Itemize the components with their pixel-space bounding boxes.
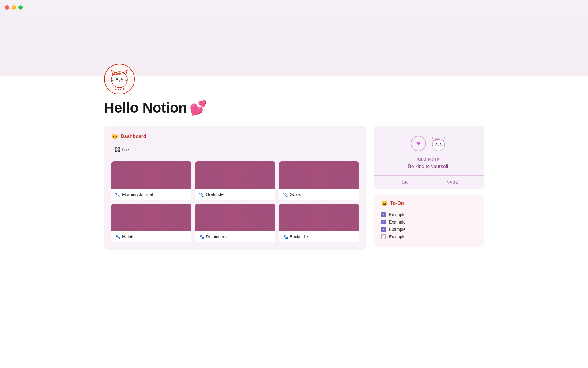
svg-rect-15 <box>118 148 120 149</box>
card-morning-journal[interactable]: ♥♥♥♥♥♥ ♥♥♥♥♥♥ ♥♥♥♥♥♥ 🐾 Morning Journal <box>111 161 191 200</box>
card-thumb-5: ♥♥♥♥♥♥ ♥♥♥♥♥♥ ♥♥♥♥♥♥ <box>195 204 275 231</box>
close-button[interactable] <box>5 5 9 10</box>
svg-rect-14 <box>115 148 117 149</box>
grid-icon <box>115 147 120 152</box>
card-info-5: 🐾 Reminders <box>195 231 275 242</box>
todo-item-2: ✓ Example <box>381 218 477 226</box>
card-label-2: Gratitude <box>206 192 224 197</box>
reminder-text: Be kind to yourself. <box>381 164 477 169</box>
checkmark-1: ✓ <box>382 213 385 217</box>
dashboard-header: 🐱 Dashboard <box>111 133 359 140</box>
todo-checkbox-4[interactable] <box>381 234 386 239</box>
svg-point-23 <box>435 139 438 141</box>
card-hearts-6: ♥♥♥♥♥♥ ♥♥♥♥♥♥ ♥♥♥♥♥♥ <box>279 204 359 231</box>
card-emoji-4: 🐾 <box>115 234 120 239</box>
svg-point-27 <box>438 145 439 146</box>
yass-button[interactable]: YASS <box>429 176 477 189</box>
todo-icon: 🐱 <box>381 200 388 207</box>
tab-life[interactable]: Life <box>111 145 133 155</box>
svg-point-7 <box>121 78 123 80</box>
todo-label-4: Example <box>389 234 405 239</box>
right-panel: ♥ <box>374 126 484 247</box>
dashboard-icon: 🐱 <box>111 133 118 140</box>
reminder-label: REMINDER <box>381 158 477 161</box>
svg-point-6 <box>116 78 118 80</box>
page-body: ★ ★ ★ ★ Hello Notion 💕 🐱 Dashboard <box>80 64 508 268</box>
todo-label-2: Example <box>389 220 405 224</box>
hk-reminder-icon <box>429 134 448 153</box>
checkmark-3: ✓ <box>382 228 385 231</box>
svg-point-8 <box>119 80 120 82</box>
svg-rect-17 <box>118 150 120 152</box>
svg-point-26 <box>439 143 441 145</box>
reminder-actions: OK YASS <box>381 176 477 189</box>
card-emoji-2: 🐾 <box>199 192 204 197</box>
card-hearts-1: ♥♥♥♥♥♥ ♥♥♥♥♥♥ ♥♥♥♥♥♥ <box>111 161 191 189</box>
card-hearts-2: ♥♥♥♥♥♥ ♥♥♥♥♥♥ ♥♥♥♥♥♥ <box>195 161 275 189</box>
card-info-6: 🐾 Bucket List <box>279 231 359 242</box>
card-emoji-1: 🐾 <box>115 192 120 197</box>
card-thumb-4: ♥♥♥♥♥♥ ♥♥♥♥♥♥ ♥♥♥♥♥♥ <box>111 204 191 231</box>
speech-bubble-icon: ♥ <box>410 135 427 152</box>
svg-rect-16 <box>115 150 117 152</box>
titlebar <box>0 0 588 15</box>
card-hearts-3: ♥♥♥♥♥♥ ♥♥♥♥♥♥ ♥♥♥♥♥♥ <box>279 161 359 189</box>
page-title: Hello Notion 💕 <box>104 99 484 116</box>
cards-grid: ♥♥♥♥♥♥ ♥♥♥♥♥♥ ♥♥♥♥♥♥ 🐾 Morning Journal <box>111 161 359 242</box>
ok-button[interactable]: OK <box>381 176 429 189</box>
todo-checkbox-2[interactable]: ✓ <box>381 220 386 224</box>
card-thumb-1: ♥♥♥♥♥♥ ♥♥♥♥♥♥ ♥♥♥♥♥♥ <box>111 161 191 189</box>
todo-checkbox-3[interactable]: ✓ <box>381 227 386 232</box>
checkmark-2: ✓ <box>382 220 385 224</box>
card-bucket-list[interactable]: ♥♥♥♥♥♥ ♥♥♥♥♥♥ ♥♥♥♥♥♥ 🐾 Bucket List <box>279 204 359 242</box>
card-thumb-6: ♥♥♥♥♥♥ ♥♥♥♥♥♥ ♥♥♥♥♥♥ <box>279 204 359 231</box>
todo-label-1: Example <box>389 212 405 217</box>
hello-kitty-svg: ★ ★ ★ ★ <box>107 67 132 91</box>
minimize-button[interactable] <box>12 5 16 10</box>
svg-point-4 <box>115 73 117 75</box>
svg-point-5 <box>118 73 121 75</box>
todo-item-4: Example <box>381 233 477 240</box>
reminder-box: ♥ <box>374 126 484 189</box>
svg-text:♥: ♥ <box>416 140 420 147</box>
card-gratitude[interactable]: ♥♥♥♥♥♥ ♥♥♥♥♥♥ ♥♥♥♥♥♥ 🐾 Gratitude <box>195 161 275 200</box>
main-layout: 🐱 Dashboard Life <box>104 126 484 250</box>
todo-checkbox-1[interactable]: ✓ <box>381 212 386 217</box>
page-icon: ★ ★ ★ ★ <box>104 64 484 94</box>
svg-text:★ ★ ★ ★: ★ ★ ★ ★ <box>114 88 125 90</box>
dashboard-title: Dashboard <box>121 134 146 139</box>
card-thumb-2: ♥♥♥♥♥♥ ♥♥♥♥♥♥ ♥♥♥♥♥♥ <box>195 161 275 189</box>
card-hearts-5: ♥♥♥♥♥♥ ♥♥♥♥♥♥ ♥♥♥♥♥♥ <box>195 204 275 231</box>
card-emoji-3: 🐾 <box>283 192 288 197</box>
dashboard-panel: 🐱 Dashboard Life <box>104 126 366 250</box>
card-goals[interactable]: ♥♥♥♥♥♥ ♥♥♥♥♥♥ ♥♥♥♥♥♥ 🐾 Goals <box>279 161 359 200</box>
card-emoji-5: 🐾 <box>199 234 204 239</box>
reminder-icons: ♥ <box>381 134 477 153</box>
card-label-4: Habits <box>122 234 134 239</box>
todo-title: To-Do <box>390 201 404 206</box>
hello-kitty-stamp: ★ ★ ★ ★ <box>104 64 135 94</box>
svg-point-25 <box>436 143 437 145</box>
card-info-4: 🐾 Habits <box>111 231 191 242</box>
card-habits[interactable]: ♥♥♥♥♥♥ ♥♥♥♥♥♥ ♥♥♥♥♥♥ 🐾 Habits <box>111 204 191 242</box>
page-content: ★ ★ ★ ★ Hello Notion 💕 🐱 Dashboard <box>0 15 588 368</box>
todo-item-1: ✓ Example <box>381 211 477 218</box>
tab-life-label: Life <box>122 147 129 152</box>
card-info-2: 🐾 Gratitude <box>195 189 275 200</box>
card-thumb-3: ♥♥♥♥♥♥ ♥♥♥♥♥♥ ♥♥♥♥♥♥ <box>279 161 359 189</box>
card-hearts-4: ♥♥♥♥♥♥ ♥♥♥♥♥♥ ♥♥♥♥♥♥ <box>111 204 191 231</box>
card-info-3: 🐾 Goals <box>279 189 359 200</box>
todo-box: 🐱 To-Do ✓ Example ✓ Example <box>374 194 484 247</box>
card-reminders[interactable]: ♥♥♥♥♥♥ ♥♥♥♥♥♥ ♥♥♥♥♥♥ 🐾 Reminders <box>195 204 275 242</box>
card-label-5: Reminders <box>206 234 227 239</box>
todo-label-3: Example <box>389 227 405 232</box>
card-label-6: Bucket List <box>290 234 311 239</box>
card-label-3: Goals <box>290 192 301 197</box>
tabs: Life <box>111 145 359 155</box>
svg-point-24 <box>437 139 440 140</box>
maximize-button[interactable] <box>18 5 23 10</box>
card-label-1: Morning Journal <box>122 192 153 197</box>
todo-header: 🐱 To-Do <box>381 200 477 207</box>
card-info-1: 🐾 Morning Journal <box>111 189 191 200</box>
todo-item-3: ✓ Example <box>381 226 477 233</box>
